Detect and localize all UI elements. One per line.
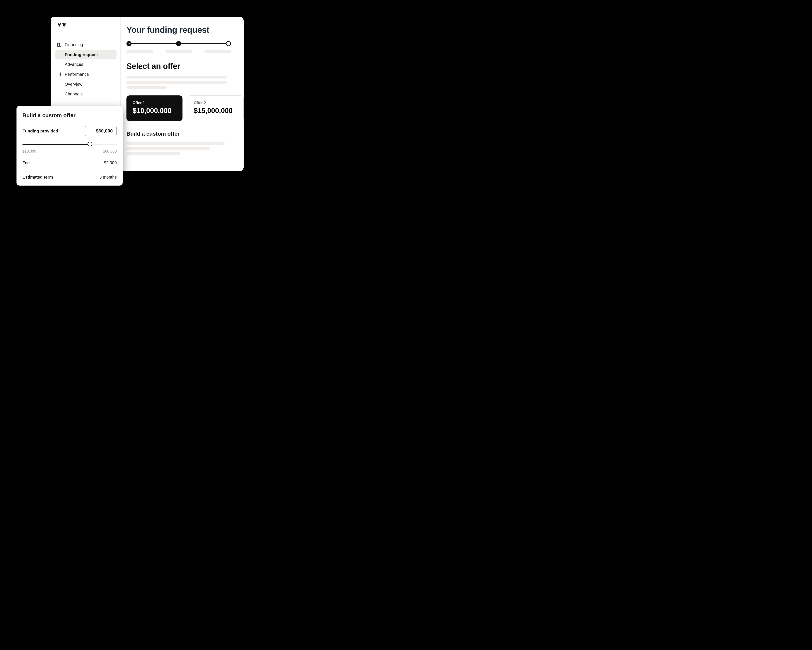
nav-sub-funding-request[interactable]: Funding request — [55, 50, 116, 60]
svg-rect-0 — [58, 43, 59, 47]
slider-max-label: $80,000 — [103, 149, 117, 154]
nav-label: Financing — [65, 42, 108, 47]
nav-item-financing[interactable]: Financing — [55, 40, 116, 50]
nav-group-performance: Performance Overview Channels — [55, 69, 116, 99]
placeholder-bar — [127, 81, 227, 84]
step-dot-2 — [176, 41, 181, 46]
term-value: 3 months — [99, 175, 117, 180]
slider-min-label: $10,000 — [23, 149, 36, 154]
nav-sub-label: Funding request — [65, 52, 98, 57]
funding-slider[interactable] — [23, 142, 117, 146]
chevron-up-icon — [111, 73, 114, 76]
offer-card-2[interactable]: Offer 2 $15,000,000 — [188, 95, 244, 121]
custom-offer-card: Build a custom offer Funding provided $6… — [17, 106, 123, 185]
placeholder-bar — [205, 50, 231, 54]
chevron-down-icon — [111, 43, 114, 46]
check-icon — [177, 42, 180, 45]
step-dot-1 — [127, 41, 131, 46]
brand-logo — [56, 23, 116, 28]
check-icon — [128, 42, 130, 45]
progress-stepper — [127, 41, 231, 46]
term-row: Estimated term 3 months — [23, 173, 117, 181]
nav-sub-channels[interactable]: Channels — [55, 89, 116, 99]
svg-rect-1 — [60, 43, 61, 47]
placeholder-bar — [127, 86, 166, 89]
placeholder-bar — [127, 76, 227, 78]
bars-icon — [56, 72, 62, 76]
offer-label: Offer 1 — [133, 101, 176, 105]
step-labels-placeholder — [127, 50, 231, 54]
nav-sub-label: Channels — [65, 92, 83, 96]
funding-provided-label: Funding provided — [23, 128, 58, 133]
placeholder-bar — [127, 152, 180, 155]
description-placeholder — [127, 142, 224, 155]
fee-row: Fee $2,000 — [23, 159, 117, 167]
section-title-select-offer: Select an offer — [127, 62, 244, 71]
nav-sub-label: Advances — [65, 62, 83, 67]
step-dot-3 — [226, 41, 231, 46]
logo-icon — [56, 23, 66, 28]
nav-sub-advances[interactable]: Advances — [55, 60, 116, 69]
offer-card-1[interactable]: Offer 1 $10,000,000 — [127, 95, 183, 121]
cards-icon — [56, 42, 62, 47]
nav-label: Performance — [65, 72, 108, 77]
term-label: Estimated term — [23, 175, 53, 180]
fee-value: $2,000 — [104, 161, 117, 165]
custom-offer-title: Build a custom offer — [23, 112, 117, 119]
offer-label: Offer 2 — [194, 101, 238, 105]
offer-amount: $10,000,000 — [133, 106, 176, 115]
offer-list: Offer 1 $10,000,000 Offer 2 $15,000,000 — [127, 95, 244, 121]
funding-amount-input[interactable]: $60,000 — [85, 126, 117, 136]
placeholder-bar — [127, 50, 153, 54]
placeholder-bar — [127, 142, 224, 145]
nav-sub-label: Overview — [65, 82, 82, 87]
nav-sub-overview[interactable]: Overview — [55, 80, 116, 89]
section-title-custom-offer: Build a custom offer — [127, 130, 244, 137]
fee-label: Fee — [23, 161, 30, 165]
slider-bounds: $10,000 $80,000 — [23, 149, 117, 154]
slider-fill — [23, 144, 90, 145]
funding-provided-row: Funding provided $60,000 — [23, 126, 117, 136]
placeholder-bar — [166, 50, 192, 54]
main-content: Your funding request Select an offer Off… — [121, 17, 244, 171]
description-placeholder — [127, 76, 227, 89]
page-title: Your funding request — [127, 25, 244, 35]
placeholder-bar — [127, 147, 210, 150]
nav-item-performance[interactable]: Performance — [55, 69, 116, 80]
nav-group-financing: Financing Funding request Advances — [55, 40, 116, 69]
slider-thumb[interactable] — [87, 142, 92, 147]
offer-amount: $15,000,000 — [194, 106, 238, 115]
